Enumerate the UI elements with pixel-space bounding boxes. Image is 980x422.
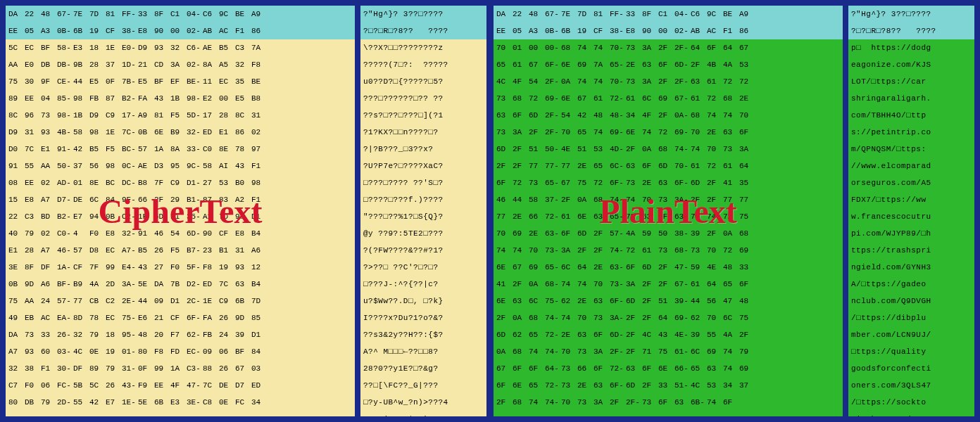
hex-byte[interactable]: 19 — [219, 259, 235, 276]
hex-byte[interactable]: 74 — [577, 39, 593, 56]
hex-row[interactable]: 6E 63 6C 75-62 2E 63 6F-6D 2F 51 39-44 5… — [494, 293, 843, 309]
hex-byte[interactable]: 39 — [691, 225, 707, 242]
hex-byte[interactable]: 2F — [658, 259, 674, 276]
hex-byte[interactable]: 74 — [723, 107, 739, 124]
hex-byte[interactable]: 63 — [626, 411, 642, 418]
hex-byte[interactable]: E0- — [122, 39, 138, 56]
hex-byte[interactable]: F5 — [170, 242, 187, 259]
hex-byte[interactable]: 6D — [529, 107, 545, 124]
hex-byte[interactable]: 61 — [529, 411, 545, 418]
hex-byte[interactable]: 2F — [626, 343, 642, 360]
hex-byte[interactable]: 04- — [674, 6, 691, 23]
hex-byte[interactable]: 73 — [642, 394, 658, 411]
hex-byte[interactable]: 68 — [593, 191, 610, 208]
hex-byte[interactable]: 64 — [723, 39, 739, 56]
ascii-row[interactable]: /□ttps://dibplu — [848, 309, 974, 326]
hex-byte[interactable]: 22 — [513, 6, 529, 23]
hex-row[interactable]: 0B 9D A6 BF-B9 4A 2D 3A-5E DA 7B D2-ED 7… — [6, 276, 355, 293]
hex-byte[interactable]: D2- — [187, 276, 203, 293]
hex-row[interactable]: 3E 8F DF 1A-CF 7F 99 E4-43 27 F0 5F-F8 1… — [6, 259, 355, 276]
hex-byte[interactable]: 4A — [89, 276, 106, 293]
hex-byte[interactable]: FD — [170, 343, 187, 360]
hex-byte[interactable]: 6C — [529, 293, 545, 309]
hex-byte[interactable]: 8D — [73, 309, 89, 326]
hex-byte[interactable]: 72 — [739, 73, 755, 90]
hex-byte[interactable]: 9B — [73, 56, 89, 73]
hex-byte[interactable]: 54 — [561, 107, 577, 124]
hex-byte[interactable]: EB — [25, 309, 41, 326]
hex-byte[interactable]: 74- — [545, 309, 561, 326]
hex-byte[interactable]: 68 — [513, 394, 529, 411]
hex-byte[interactable]: EC — [25, 39, 41, 56]
hex-byte[interactable]: 73 — [593, 309, 610, 326]
hex-byte[interactable]: 0C- — [122, 158, 138, 174]
hex-byte[interactable]: 67 — [235, 360, 251, 377]
hex-byte[interactable]: 3A — [170, 56, 187, 73]
hex-byte[interactable]: 2F — [496, 309, 513, 326]
hex-byte[interactable]: 96 — [25, 107, 41, 124]
hex-byte[interactable]: E3 — [73, 39, 89, 56]
hex-byte[interactable]: 51 — [658, 293, 674, 309]
hex-byte[interactable]: 81 — [154, 107, 170, 124]
hex-byte[interactable]: C7 — [8, 377, 25, 394]
hex-byte[interactable]: 85 — [251, 309, 268, 326]
hex-byte[interactable]: 79 — [739, 343, 755, 360]
hex-byte[interactable]: 77 — [561, 158, 577, 174]
hex-byte[interactable]: EC- — [187, 343, 203, 360]
hex-byte[interactable]: 2E — [561, 326, 577, 343]
hex-byte[interactable]: 67 — [739, 39, 755, 56]
hex-byte[interactable]: BF — [154, 73, 170, 90]
hex-row[interactable]: E1 28 A7 46-57 D8 EC A7-B5 26 F5 B7-23 B… — [6, 242, 355, 259]
hex-byte[interactable]: 67- — [545, 6, 561, 23]
hex-byte[interactable]: 4C — [496, 73, 513, 90]
hex-byte[interactable]: 18 — [89, 39, 106, 56]
hex-byte[interactable]: BD — [41, 208, 57, 225]
ascii-row[interactable]: I????x?Du?1?o?&? — [360, 309, 486, 326]
hex-byte[interactable]: 2F — [496, 158, 513, 174]
hex-byte[interactable]: E8 — [138, 23, 154, 39]
hex-byte[interactable]: 0A — [561, 73, 577, 90]
hex-byte[interactable]: B1 — [219, 242, 235, 259]
hex-byte[interactable]: 5D- — [187, 107, 203, 124]
hex-byte[interactable]: B8 — [251, 90, 268, 107]
hex-row[interactable]: 67 6F 6F 64-73 66 6F 72-63 6F 6E 66-65 6… — [494, 360, 843, 377]
hex-byte[interactable]: B4 — [251, 276, 268, 293]
hex-byte[interactable]: E8 — [25, 191, 41, 208]
hex-byte[interactable]: 5E — [138, 276, 154, 293]
hex-byte[interactable]: 72 — [593, 174, 610, 191]
hex-byte[interactable]: C3 — [25, 208, 41, 225]
hex-byte[interactable]: 28 — [89, 56, 106, 73]
hex-byte[interactable]: 48 — [41, 6, 57, 23]
hex-byte[interactable]: 67- — [57, 6, 73, 23]
hex-byte[interactable]: C0- — [57, 225, 73, 242]
hex-byte[interactable]: 68 — [723, 90, 739, 107]
hex-byte[interactable]: E7 — [73, 208, 89, 225]
hex-byte[interactable]: 6F — [707, 39, 723, 56]
hex-byte[interactable]: EE — [8, 23, 25, 39]
hex-byte[interactable]: 72 — [707, 90, 723, 107]
ascii-row[interactable]: LOT/□ttps://car — [848, 73, 974, 90]
hex-byte[interactable]: 86 — [235, 124, 251, 141]
ascii-row[interactable]: ?>??□ ??C'?□?□? — [360, 259, 486, 276]
hex-byte[interactable]: 6C — [723, 309, 739, 326]
hex-byte[interactable]: 73 — [626, 39, 642, 56]
hex-byte[interactable]: 81 — [593, 6, 610, 23]
hex-byte[interactable]: 33 — [138, 6, 154, 23]
hex-byte[interactable]: B5 — [138, 242, 154, 259]
hex-byte[interactable]: 2E — [529, 225, 545, 242]
hex-byte[interactable]: 19- — [57, 411, 73, 418]
hex-byte[interactable]: C2- — [122, 208, 138, 225]
hex-byte[interactable]: 73 — [691, 242, 707, 259]
hex-byte[interactable]: 73 — [529, 174, 545, 191]
hex-byte[interactable]: B9 — [170, 124, 187, 141]
hex-byte[interactable]: C0 — [25, 411, 41, 418]
hex-byte[interactable]: 0A — [723, 225, 739, 242]
hex-byte[interactable]: 2F — [626, 141, 642, 158]
hex-byte[interactable]: 2F — [707, 225, 723, 242]
hex-byte[interactable]: DA — [154, 276, 170, 293]
hex-byte[interactable]: F7 — [170, 326, 187, 343]
hex-byte[interactable]: 65 — [723, 276, 739, 293]
hex-byte[interactable]: 6E — [513, 377, 529, 394]
hex-byte[interactable]: 64 — [577, 259, 593, 276]
hex-byte[interactable]: 2E — [577, 293, 593, 309]
